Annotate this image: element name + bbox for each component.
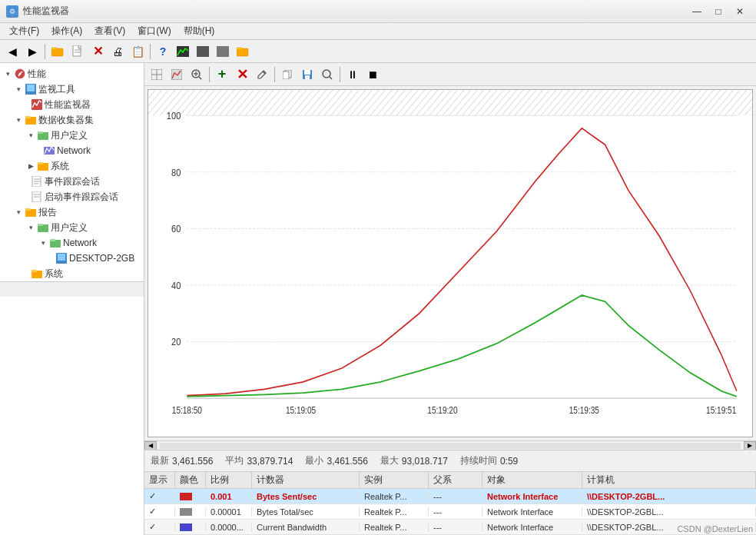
svg-rect-9	[237, 48, 242, 50]
perf-button[interactable]	[174, 42, 192, 61]
menu-action[interactable]: 操作(A)	[45, 23, 88, 39]
view-chart-button[interactable]	[167, 65, 186, 84]
close-button[interactable]: ✕	[730, 4, 750, 19]
menu-bar: 文件(F) 操作(A) 查看(V) 窗口(W) 帮助(H)	[0, 23, 756, 40]
sidebar-label-network-2: Network	[63, 238, 97, 248]
zoom-button[interactable]	[187, 65, 206, 84]
dark1-button[interactable]	[194, 42, 212, 61]
sidebar-item-network-1[interactable]: Network	[0, 143, 144, 158]
system-2-icon	[31, 268, 43, 280]
cell-parent-1: ---	[429, 492, 482, 501]
cell-scale-3: 0.0000...	[206, 523, 252, 532]
copy-button[interactable]	[278, 65, 297, 84]
back-button[interactable]: ◀	[3, 42, 22, 61]
col-scale: 比例	[206, 472, 252, 488]
svg-rect-53	[283, 71, 289, 79]
sidebar-item-event-trace[interactable]: 事件跟踪会话	[0, 174, 144, 189]
menu-file[interactable]: 文件(F)	[3, 23, 45, 39]
cell-color-2	[175, 508, 206, 516]
minimize-button[interactable]: —	[687, 4, 707, 19]
toggle-network-2[interactable]: ▾	[37, 239, 49, 247]
save-button[interactable]	[298, 65, 317, 84]
svg-text:100: 100	[167, 110, 181, 121]
stat-avg-value: 33,879.714	[247, 456, 293, 467]
network-1-icon	[43, 145, 55, 157]
grid-row-1[interactable]: ✓ 0.001 Bytes Sent/sec Realtek P... ---	[144, 489, 756, 504]
sidebar-item-desktop-2gb[interactable]: DESKTOP-2GB	[0, 251, 144, 266]
sidebar-item-user-defined-1[interactable]: ▾ 用户定义	[0, 128, 144, 143]
maximize-button[interactable]: □	[708, 4, 728, 19]
svg-rect-16	[28, 92, 33, 94]
toggle-user-defined-1[interactable]: ▾	[25, 131, 37, 139]
menu-view[interactable]: 查看(V)	[88, 23, 131, 39]
scroll-area: ◀ ▶	[144, 440, 756, 450]
graph-sep-2	[274, 67, 275, 82]
performance-chart: 100 80 60 40 20 15:18:50 15:19:05 15:19:…	[148, 90, 752, 437]
svg-line-58	[330, 77, 332, 79]
cell-scale-1: 0.001	[206, 492, 252, 501]
toggle-data-collector[interactable]: ▾	[12, 116, 25, 124]
scroll-right-button[interactable]: ▶	[744, 441, 756, 450]
scroll-track[interactable]	[160, 443, 741, 449]
sidebar-item-perf-monitor[interactable]: 性能监视器	[0, 97, 144, 112]
scroll-left-button[interactable]: ◀	[144, 441, 157, 450]
toolbar-sep-2	[150, 44, 151, 59]
svg-rect-37	[50, 239, 55, 241]
stat-latest-value: 3,461.556	[172, 456, 213, 467]
menu-help[interactable]: 帮助(H)	[177, 23, 221, 39]
sidebar-item-network-2[interactable]: ▾ Network	[0, 235, 144, 251]
sidebar-item-monitor-tools[interactable]: ▾ 监视工具	[0, 81, 144, 97]
toggle-monitor-tools[interactable]: ▾	[12, 85, 25, 93]
sidebar-item-performance[interactable]: ▾ 性能	[0, 66, 144, 81]
sidebar-item-data-collector[interactable]: ▾ 数据收集器集	[0, 112, 144, 128]
menu-window[interactable]: 窗口(W)	[131, 23, 177, 39]
svg-rect-24	[38, 162, 43, 164]
grid-row-3[interactable]: ✓ 0.0000... Current Bandwidth Realtek P.…	[144, 520, 756, 535]
dark2-button[interactable]	[214, 42, 232, 61]
document-button[interactable]	[68, 42, 87, 61]
sidebar-label-user-defined-1: 用户定义	[51, 129, 88, 142]
grid-row-2[interactable]: ✓ 0.00001 Bytes Total/sec Realtek P... -…	[144, 504, 756, 520]
col-instance: 实例	[360, 472, 429, 488]
col-parent: 父系	[429, 472, 482, 488]
sidebar-item-user-defined-2[interactable]: ▾ 用户定义	[0, 220, 144, 235]
toggle-user-defined-2[interactable]: ▾	[25, 224, 37, 231]
cell-object-2: Network Interface	[482, 507, 582, 517]
forward-button[interactable]: ▶	[23, 42, 41, 61]
remove-counter-button[interactable]: ✕	[233, 65, 251, 84]
add-counter-button[interactable]: +	[213, 65, 231, 84]
cell-object-1: Network Interface	[482, 492, 582, 501]
view-grid-button[interactable]	[148, 65, 166, 84]
col-color: 颜色	[175, 472, 206, 488]
sidebar-item-system-1[interactable]: ▶ 系统	[0, 158, 144, 174]
toggle-performance[interactable]: ▾	[2, 70, 14, 78]
graph-sep-1	[209, 67, 210, 82]
clipboard-button[interactable]: 📋	[128, 42, 147, 61]
data-collector-icon	[25, 114, 37, 126]
search-button[interactable]	[318, 65, 337, 84]
cell-color-3	[175, 523, 206, 531]
delete-button[interactable]: ✕	[88, 42, 107, 61]
toggle-reports[interactable]: ▾	[12, 208, 25, 216]
stat-duration-label: 持续时间	[460, 454, 497, 467]
sidebar-item-system-2[interactable]: 系统	[0, 266, 144, 281]
toggle-system-1[interactable]: ▶	[25, 162, 37, 170]
window-controls: — □ ✕	[687, 4, 750, 19]
svg-rect-35	[38, 224, 43, 226]
folder-button[interactable]	[48, 42, 67, 61]
sidebar-label-perf-monitor: 性能监视器	[45, 98, 91, 111]
edit-counter-button[interactable]	[253, 65, 271, 84]
sidebar-label-desktop-2gb: DESKTOP-2GB	[69, 253, 134, 264]
print-button[interactable]: 🖨	[108, 42, 127, 61]
sidebar-item-reports[interactable]: ▾ 报告	[0, 204, 144, 220]
sidebar-item-startup-event[interactable]: 启动事件跟踪会话	[0, 189, 144, 204]
color-swatch-2	[180, 508, 192, 516]
pause-button[interactable]: ⏸	[343, 65, 362, 84]
stop-button[interactable]: ⏹	[363, 65, 382, 84]
folder2-button[interactable]	[234, 42, 252, 61]
help-button[interactable]: ?	[154, 42, 172, 61]
color-swatch-1	[180, 493, 192, 500]
app-icon: ⚙	[6, 5, 18, 18]
cell-parent-2: ---	[429, 507, 482, 517]
stat-avg-label: 平均	[225, 454, 244, 467]
